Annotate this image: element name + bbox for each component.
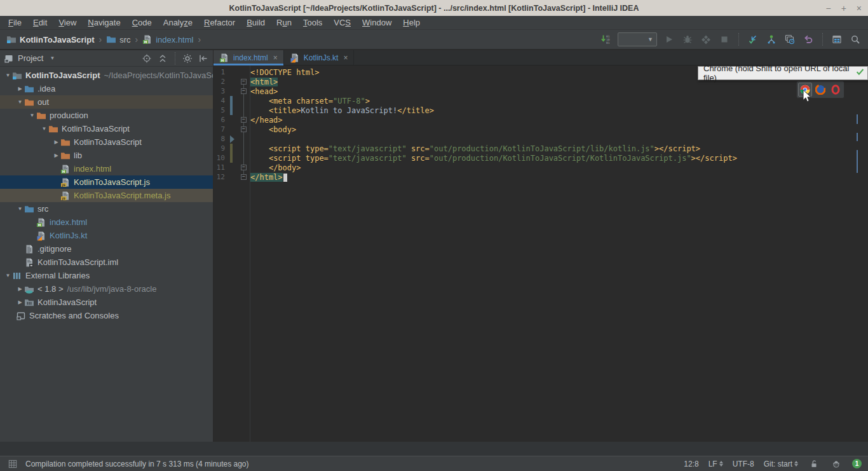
readonly-lock-icon[interactable] xyxy=(808,458,820,470)
vcs-commit-icon[interactable] xyxy=(765,33,778,46)
vcs-change-marker-modified[interactable] xyxy=(230,96,233,115)
fold-marker-icon[interactable]: − xyxy=(241,117,247,123)
undo-icon[interactable] xyxy=(802,33,815,46)
tree-row-KotlinJavaScript[interactable]: ▶KotlinJavaScript xyxy=(0,296,213,309)
close-icon[interactable]: × xyxy=(273,53,278,62)
open-in-firefox-button[interactable] xyxy=(813,83,827,97)
run-button[interactable] xyxy=(663,33,675,46)
scrollbar-change-mark[interactable] xyxy=(857,150,858,173)
menu-help[interactable]: Help xyxy=(397,16,426,29)
tool-window-switcher-icon[interactable] xyxy=(6,458,19,470)
tree-row-out[interactable]: ▼out xyxy=(0,95,213,109)
chevron-right-icon[interactable]: ▶ xyxy=(16,86,24,92)
inspection-status-icon[interactable] xyxy=(856,67,864,79)
html-icon: H xyxy=(60,164,72,174)
scrollbar-change-mark[interactable] xyxy=(857,114,858,124)
fold-marker-icon[interactable]: − xyxy=(241,165,247,170)
menu-file[interactable]: File xyxy=(3,16,27,29)
tree-row-< 1.8 >[interactable]: ▶< 1.8 >/usr/lib/jvm/java-8-oracle xyxy=(0,282,213,296)
fold-marker-icon[interactable]: − xyxy=(241,79,247,85)
breadcrumb-src[interactable]: src xyxy=(106,34,130,44)
menu-view[interactable]: View xyxy=(53,16,82,29)
menu-build[interactable]: Build xyxy=(241,16,271,29)
editor[interactable]: 1<!DOCTYPE html>2<html>3<head>4 <meta ch… xyxy=(214,65,868,442)
tree-row-src[interactable]: ▼src xyxy=(0,202,213,215)
coverage-button[interactable] xyxy=(700,33,712,46)
tab-KotlinJs.kt[interactable]: KotlinJs.kt× xyxy=(284,50,355,65)
search-everywhere-icon[interactable] xyxy=(849,33,862,46)
project-structure-icon[interactable] xyxy=(831,33,843,46)
fold-marker-icon[interactable]: − xyxy=(241,88,247,94)
svg-text:H: H xyxy=(62,170,65,174)
vcs-update-icon[interactable] xyxy=(747,33,759,46)
chevron-down-icon[interactable]: ▼ xyxy=(4,72,12,78)
tree-row-.idea[interactable]: ▶.idea xyxy=(0,82,213,95)
scroll-to-source-icon[interactable] xyxy=(141,53,153,64)
menu-tools[interactable]: Tools xyxy=(297,16,328,29)
textfile-icon xyxy=(24,244,36,254)
caret-position[interactable]: 12:8 xyxy=(684,460,698,468)
breadcrumb-index.html[interactable]: Hindex.html xyxy=(142,34,193,44)
run-configuration-select[interactable]: ▼ xyxy=(618,32,657,46)
tree-row-External Libraries[interactable]: ▼External Libraries xyxy=(0,269,213,282)
tree-row-KotlinToJavaScript.iml[interactable]: KotlinToJavaScript.iml xyxy=(0,256,213,269)
file-encoding[interactable]: UTF-8 xyxy=(733,460,754,468)
build-project-icon[interactable]: 011001 xyxy=(599,33,612,46)
maximize-button[interactable]: + xyxy=(841,4,846,13)
chevron-down-icon: ▼ xyxy=(50,55,55,61)
hide-panel-icon[interactable] xyxy=(198,53,209,64)
tree-row-.gitignore[interactable]: .gitignore xyxy=(0,242,213,256)
tree-row-KotlinJs.kt[interactable]: KotlinJs.kt xyxy=(0,229,213,242)
collapse-all-icon[interactable] xyxy=(157,53,168,64)
breadcrumb-KotlinToJavaScript[interactable]: KotlinToJavaScript xyxy=(6,34,95,44)
menu-code[interactable]: Code xyxy=(126,16,158,29)
debug-button[interactable] xyxy=(681,33,694,46)
menu-navigate[interactable]: Navigate xyxy=(82,16,126,29)
project-view-selector[interactable]: Project ▼ xyxy=(4,53,55,64)
tree-row-KotlinToJavaScript.meta.js[interactable]: JSKotlinToJavaScript.meta.js xyxy=(0,189,213,202)
chevron-right-icon[interactable]: ▶ xyxy=(52,139,60,145)
menu-run[interactable]: Run xyxy=(271,16,297,29)
chevron-down-icon[interactable]: ▼ xyxy=(28,113,36,118)
close-button[interactable]: × xyxy=(857,4,862,13)
menu-vcs[interactable]: VCS xyxy=(328,16,356,29)
chevron-down-icon[interactable]: ▼ xyxy=(16,206,24,212)
tree-row-index.html[interactable]: Hindex.html xyxy=(0,215,213,229)
chevron-down-icon[interactable]: ▼ xyxy=(16,99,24,105)
notification-badge[interactable]: 1 xyxy=(852,459,862,468)
gear-icon[interactable] xyxy=(182,53,193,64)
tree-row-KotlinToJavaScript[interactable]: ▼KotlinToJavaScript xyxy=(0,122,213,135)
vcs-change-marker-deleted[interactable] xyxy=(230,135,234,143)
chevron-down-icon[interactable]: ▼ xyxy=(4,273,12,278)
tree-row-lib[interactable]: ▶lib xyxy=(0,149,213,162)
tree-row-KotlinToJavaScript.js[interactable]: JSKotlinToJavaScript.js xyxy=(0,175,213,189)
tree-row-production[interactable]: ▼production xyxy=(0,109,213,122)
tree-row-KotlinToJavaScript[interactable]: ▼KotlinToJavaScript~/IdeaProjects/Kotlin… xyxy=(0,69,213,82)
vcs-change-marker-added[interactable] xyxy=(230,144,233,163)
fold-marker-icon[interactable]: − xyxy=(241,126,247,132)
git-branch-selector[interactable]: Git: start xyxy=(764,460,798,468)
chevron-right-icon[interactable]: ▶ xyxy=(52,153,60,158)
open-in-opera-button[interactable] xyxy=(829,83,843,97)
chevron-down-icon[interactable]: ▼ xyxy=(40,126,48,132)
tree-row-index.html[interactable]: Hindex.html xyxy=(0,162,213,175)
menu-refactor[interactable]: Refactor xyxy=(198,16,241,29)
chevron-right-icon[interactable]: ▶ xyxy=(16,299,24,305)
chevron-right-icon[interactable]: ▶ xyxy=(16,286,24,292)
stop-button[interactable] xyxy=(718,33,731,46)
tree-row-Scratches and Consoles[interactable]: Scratches and Consoles xyxy=(0,309,213,322)
fold-marker-icon[interactable]: − xyxy=(241,174,247,180)
tree-label: KotlinToJavaScript xyxy=(74,137,142,147)
highlighting-level-icon[interactable] xyxy=(830,458,843,470)
code-line: 4 <meta charset="UTF-8"> xyxy=(214,96,868,106)
menu-analyze[interactable]: Analyze xyxy=(158,16,198,29)
tab-index.html[interactable]: Hindex.html× xyxy=(214,50,284,65)
close-icon[interactable]: × xyxy=(343,53,348,62)
scrollbar-change-mark[interactable] xyxy=(857,133,858,141)
tree-row-KotlinToJavaScript[interactable]: ▶KotlinToJavaScript xyxy=(0,135,213,149)
menu-edit[interactable]: Edit xyxy=(27,16,53,29)
line-separator-selector[interactable]: LF xyxy=(709,460,723,468)
menu-window[interactable]: Window xyxy=(356,16,397,29)
recent-changes-icon[interactable] xyxy=(783,33,796,46)
minimize-button[interactable]: − xyxy=(825,4,831,13)
